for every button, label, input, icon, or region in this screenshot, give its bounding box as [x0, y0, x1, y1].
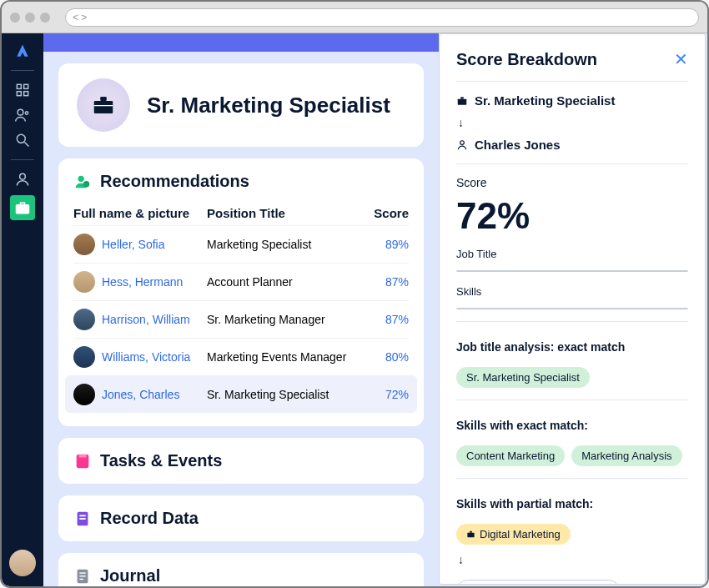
svg-rect-28	[467, 533, 474, 538]
svg-rect-25	[458, 98, 467, 104]
section-title: Tasks & Events	[100, 451, 222, 470]
svg-point-4	[18, 109, 23, 115]
svg-rect-29	[470, 531, 472, 533]
section-title: Record Data	[100, 509, 199, 528]
window-dot	[40, 13, 50, 23]
chip-skill-target: Social Media Management	[456, 580, 620, 585]
col-header-position: Position Title	[207, 206, 359, 220]
tasks-section[interactable]: Tasks & Events	[58, 438, 424, 484]
recommendations-icon	[73, 173, 92, 191]
main-content: Sr. Marketing Specialist Recommendations…	[43, 33, 439, 586]
page-title: Sr. Marketing Specialist	[147, 93, 390, 118]
logo-icon[interactable]	[13, 42, 32, 60]
person-link[interactable]: Hess, Hermann	[102, 275, 183, 289]
close-icon[interactable]: ✕	[674, 49, 688, 69]
briefcase-icon[interactable]	[10, 195, 35, 220]
search-icon[interactable]	[13, 131, 32, 149]
record-icon	[73, 510, 92, 528]
avatar	[73, 346, 95, 368]
person-link[interactable]: Williams, Victoria	[102, 350, 190, 364]
position-cell: Marketing Events Manager	[207, 350, 359, 364]
svg-rect-9	[17, 205, 29, 214]
panel-title: Score Breakdown	[456, 50, 597, 69]
svg-rect-11	[94, 101, 113, 113]
briefcase-icon	[456, 95, 468, 107]
breadcrumb-person: Charles Jones	[456, 138, 688, 152]
table-row[interactable]: Jones, Charles Sr. Marketing Specialist …	[65, 375, 417, 413]
svg-point-6	[17, 134, 25, 143]
position-cell: Marketing Specialist	[207, 238, 359, 251]
svg-point-15	[83, 181, 89, 187]
skills-bar-label: Skills	[456, 285, 688, 298]
window-dot	[25, 13, 35, 23]
person-link[interactable]: Heller, Sofia	[102, 238, 164, 251]
arrow-down-icon: ↓	[456, 116, 688, 129]
table-row[interactable]: Heller, Sofia Marketing Specialist 89%	[73, 225, 409, 263]
jobtitle-bar	[456, 270, 688, 272]
svg-rect-13	[94, 105, 113, 106]
briefcase-hero-icon	[77, 78, 130, 132]
person-icon	[456, 139, 468, 151]
partial-skills-heading: Skills with partial match:	[456, 497, 688, 510]
person-link[interactable]: Jones, Charles	[102, 388, 179, 401]
score-cell[interactable]: 72%	[359, 388, 409, 401]
svg-point-14	[78, 175, 84, 181]
avatar	[73, 234, 95, 255]
svg-rect-1	[24, 84, 28, 88]
chip-skill-exact: Marketing Analysis	[571, 445, 681, 466]
journal-section[interactable]: Journal	[58, 553, 424, 586]
svg-rect-19	[79, 515, 85, 516]
svg-rect-3	[24, 92, 28, 96]
arrow-down-icon: ↓	[456, 553, 688, 566]
hero-card: Sr. Marketing Specialist	[58, 63, 424, 147]
avatar	[73, 384, 95, 405]
avatar	[73, 309, 95, 330]
people-icon[interactable]	[13, 106, 32, 124]
position-cell: Account Planner	[207, 275, 359, 289]
col-header-name: Full name & picture	[73, 206, 207, 220]
svg-line-7	[25, 143, 29, 147]
url-bar[interactable]: < >	[65, 8, 699, 27]
score-cell[interactable]: 80%	[359, 350, 409, 364]
position-cell: Sr. Marketing Specialist	[207, 388, 359, 401]
record-section[interactable]: Record Data	[58, 495, 424, 541]
person-link[interactable]: Harrison, William	[102, 313, 190, 326]
score-cell[interactable]: 89%	[359, 238, 409, 251]
svg-point-8	[20, 173, 26, 179]
browser-titlebar: < >	[2, 2, 707, 33]
score-cell[interactable]: 87%	[359, 313, 409, 326]
user-avatar[interactable]	[9, 550, 36, 576]
breadcrumb-job: Sr. Marketing Specialist	[456, 93, 688, 108]
svg-point-5	[25, 112, 28, 114]
svg-rect-2	[17, 92, 21, 96]
window-dot	[10, 13, 20, 23]
chip-skill-exact: Content Marketing	[456, 445, 565, 466]
svg-rect-12	[100, 97, 107, 101]
svg-rect-10	[21, 203, 25, 205]
analysis-heading: Job title analysis: exact match	[456, 340, 688, 354]
svg-rect-23	[79, 575, 85, 576]
score-value: 72%	[456, 198, 688, 234]
score-cell[interactable]: 87%	[359, 275, 409, 289]
svg-rect-17	[78, 454, 86, 457]
browser-frame: < > Sr. Marketing Specialist	[0, 0, 709, 588]
dashboard-icon[interactable]	[13, 81, 32, 99]
tasks-icon	[73, 452, 92, 470]
svg-rect-22	[79, 572, 85, 573]
avatar	[73, 271, 95, 293]
table-row[interactable]: Williams, Victoria Marketing Events Mana…	[73, 338, 409, 375]
svg-point-27	[460, 140, 465, 144]
col-header-score: Score	[359, 206, 409, 220]
svg-rect-26	[460, 97, 464, 98]
svg-rect-20	[79, 518, 85, 520]
section-title: Journal	[100, 566, 160, 585]
person-icon[interactable]	[13, 170, 32, 188]
journal-icon	[73, 567, 92, 585]
table-row[interactable]: Harrison, William Sr. Marketing Manager …	[73, 300, 409, 338]
table-row[interactable]: Hess, Hermann Account Planner 87%	[73, 263, 409, 300]
skills-bar	[456, 308, 688, 309]
chip-skill-partial: Digital Marketing	[456, 524, 571, 545]
header-bar	[43, 33, 439, 52]
score-breakdown-panel: Score Breakdown ✕ Sr. Marketing Speciali…	[439, 33, 706, 585]
jobtitle-bar-label: Job Title	[456, 248, 688, 260]
